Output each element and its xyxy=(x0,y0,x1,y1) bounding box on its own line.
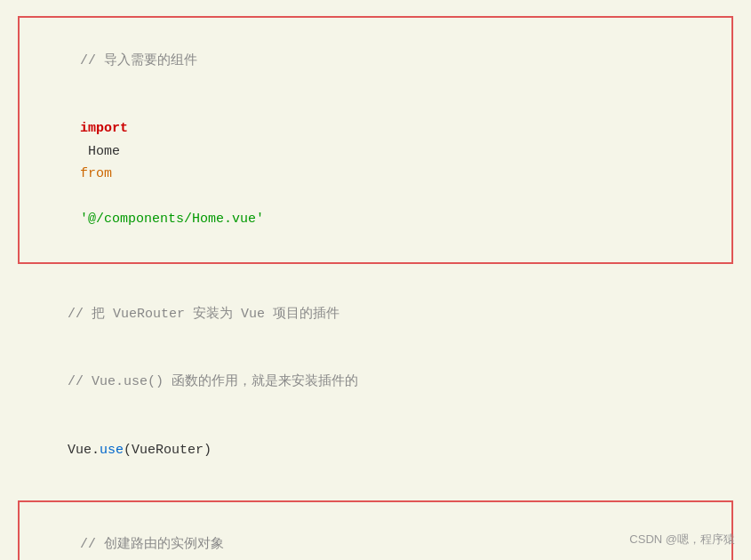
vue-identifier: Vue. xyxy=(68,443,100,458)
comment-text-4: // 创建路由的实例对象 xyxy=(80,537,224,552)
keyword-import: import xyxy=(80,121,128,136)
comment-text-3: // Vue.use() 函数的作用，就是来安装插件的 xyxy=(68,374,358,389)
comment-line-1: // 导入需要的组件 xyxy=(32,27,719,95)
watermark: CSDN @嗯，程序猿 xyxy=(629,532,735,548)
comment-text-1: // 导入需要的组件 xyxy=(80,53,197,68)
router-block: // 创建路由的实例对象 const router = new VueRoute… xyxy=(18,500,733,561)
comment-line-3: // Vue.use() 函数的作用，就是来安装插件的 xyxy=(20,348,731,417)
keyword-from: from xyxy=(80,166,112,181)
use-method: use xyxy=(100,443,124,458)
vue-router-arg: (VueRouter) xyxy=(124,443,212,458)
import-path: '@/components/Home.vue' xyxy=(80,212,264,227)
identifier-home: Home xyxy=(80,144,128,159)
comment-text-2: // 把 VueRouter 安装为 Vue 项目的插件 xyxy=(68,307,340,322)
page-container: // 导入需要的组件 import Home from '@/component… xyxy=(0,0,751,560)
vue-use-line: Vue.use(VueRouter) xyxy=(20,416,731,484)
import-block: // 导入需要的组件 import Home from '@/component… xyxy=(18,16,733,264)
comment-line-4: // 创建路由的实例对象 xyxy=(32,511,719,561)
import-line: import Home from '@/components/Home.vue' xyxy=(32,95,719,254)
vue-use-section: // 把 VueRouter 安装为 Vue 项目的插件 // Vue.use(… xyxy=(18,280,733,484)
space-1 xyxy=(80,189,88,204)
comment-line-2: // 把 VueRouter 安装为 Vue 项目的插件 xyxy=(20,280,731,348)
